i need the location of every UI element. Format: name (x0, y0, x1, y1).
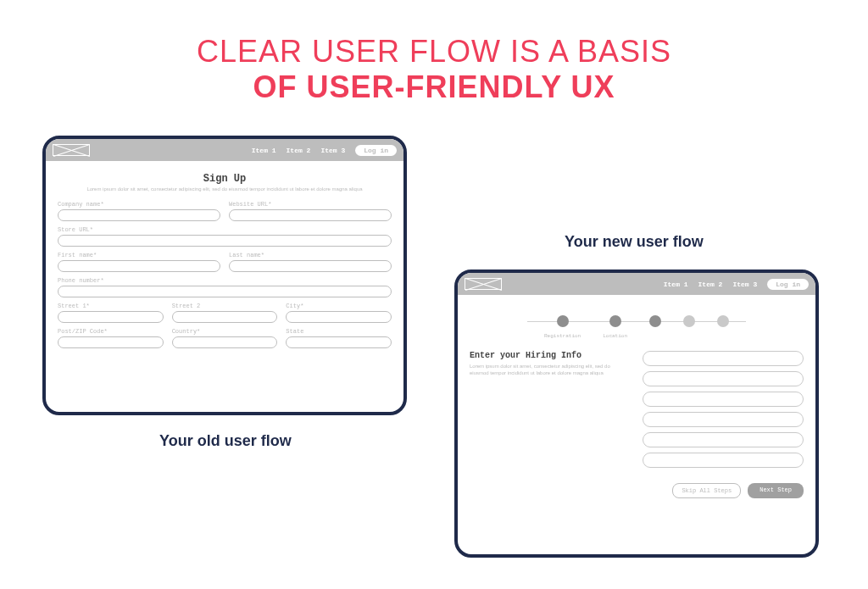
step-dot-icon (649, 315, 661, 327)
label-store: Store URL* (58, 226, 392, 233)
step-dot-icon (717, 315, 729, 327)
label-state: State (286, 328, 392, 335)
new-input-6[interactable] (643, 453, 804, 468)
input-last[interactable] (229, 260, 392, 272)
input-company[interactable] (58, 209, 220, 221)
logo-placeholder-icon (465, 278, 502, 290)
new-input-5[interactable] (643, 432, 804, 447)
step-2-label: Location (603, 333, 627, 339)
login-button[interactable]: Log in (767, 279, 809, 290)
label-last: Last name* (229, 252, 392, 258)
input-url[interactable] (229, 209, 392, 221)
new-input-2[interactable] (643, 371, 804, 386)
new-form-heading: Enter your Hiring Info (470, 351, 631, 360)
signup-subtext: Lorem ipsum dolor sit amet, consectetur … (83, 186, 366, 192)
step-dot-icon (609, 315, 621, 327)
label-first: First name* (58, 252, 220, 258)
label-city: City* (286, 303, 392, 309)
new-flow-caption: Your new user flow (565, 233, 704, 251)
old-form-content: Sign Up Lorem ipsum dolor sit amet, cons… (46, 161, 403, 412)
step-5[interactable] (717, 315, 729, 333)
old-flow-caption: Your old user flow (159, 432, 292, 450)
input-street1[interactable] (58, 311, 164, 323)
signup-heading: Sign Up (58, 173, 392, 185)
new-form-inputs (643, 351, 804, 468)
logo-placeholder-icon (53, 144, 90, 156)
old-flow-device: Item 1 Item 2 Item 3 Log in Sign Up Lore… (42, 136, 407, 415)
input-city[interactable] (286, 311, 392, 323)
label-phone: Phone number* (58, 277, 392, 284)
title-line-1: CLEAR USER FLOW IS A BASIS (0, 34, 868, 69)
nav-item-3[interactable]: Item 3 (320, 147, 345, 154)
input-store[interactable] (58, 235, 392, 247)
input-zip[interactable] (58, 336, 164, 348)
new-topbar: Item 1 Item 2 Item 3 Log in (458, 273, 815, 295)
label-company: Company name* (58, 201, 220, 208)
label-url: Website URL* (229, 201, 392, 208)
new-input-1[interactable] (643, 351, 804, 366)
login-button[interactable]: Log in (355, 145, 397, 156)
step-dot-icon (557, 315, 569, 327)
new-flow-device: Item 1 Item 2 Item 3 Log in Registration… (454, 269, 819, 558)
next-step-button[interactable]: Next Step (748, 483, 804, 498)
input-first[interactable] (58, 260, 220, 272)
label-zip: Post/ZIP Code* (58, 328, 164, 335)
nav-item-2[interactable]: Item 2 (287, 147, 311, 154)
skip-all-button[interactable]: Skip All Steps (672, 483, 741, 498)
new-input-3[interactable] (643, 392, 804, 407)
title-line-2: OF USER-FRIENDLY UX (0, 69, 868, 105)
stepper: Registration Location (470, 303, 804, 344)
step-4[interactable] (683, 315, 695, 333)
page-title: CLEAR USER FLOW IS A BASIS OF USER-FRIEN… (0, 0, 868, 105)
input-street2[interactable] (172, 311, 278, 323)
step-dot-icon (683, 315, 695, 327)
input-phone[interactable] (58, 286, 392, 297)
step-2[interactable]: Location (603, 315, 627, 339)
new-form-subtext: Lorem ipsum dolor sit amet, consectetur … (470, 364, 631, 377)
nav-item-2[interactable]: Item 2 (698, 281, 723, 288)
label-street2: Street 2 (172, 303, 278, 309)
step-3[interactable] (649, 315, 661, 333)
old-topbar: Item 1 Item 2 Item 3 Log in (46, 139, 403, 161)
new-input-4[interactable] (643, 412, 804, 427)
nav-item-1[interactable]: Item 1 (664, 281, 688, 288)
nav-item-1[interactable]: Item 1 (252, 147, 276, 154)
step-1[interactable]: Registration (544, 315, 581, 339)
nav-item-3[interactable]: Item 3 (732, 281, 757, 288)
input-state[interactable] (286, 336, 392, 348)
label-country: Country* (172, 328, 278, 335)
step-1-label: Registration (544, 333, 581, 339)
new-form-content: Registration Location Enter your Hiring … (458, 295, 815, 554)
input-country[interactable] (172, 336, 278, 348)
label-street1: Street 1* (58, 303, 164, 309)
